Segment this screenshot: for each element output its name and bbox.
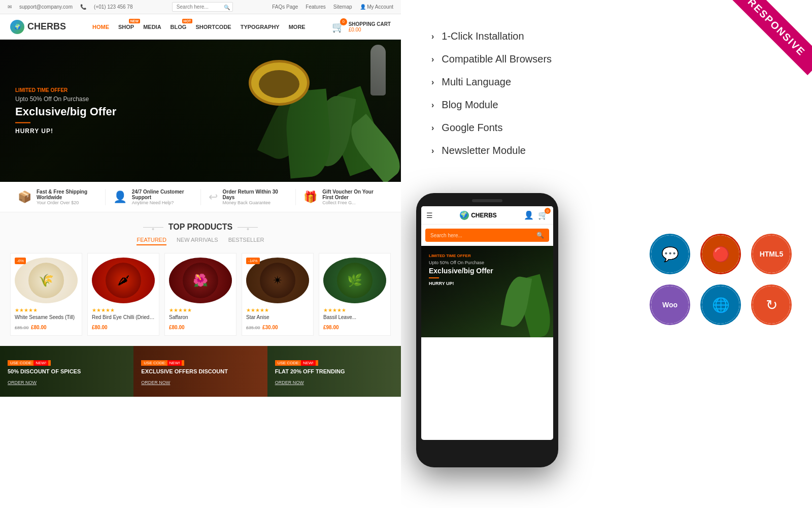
tab-new-arrivals[interactable]: NEW ARRIVALS: [177, 237, 218, 245]
product-card: 🌺 ★★★★★ Saffaron £80.00: [164, 253, 236, 336]
phone-icons: 👤 🛒0: [524, 210, 548, 220]
myaccount-link[interactable]: 👤 My Account: [360, 4, 393, 10]
chevron-icon: ›: [431, 123, 434, 133]
phone-logo-icon: 🌍: [460, 211, 469, 220]
feature-support: 👤 24/7 Online Customer Support Anytime N…: [106, 189, 201, 205]
voucher-desc: Collect Free G...: [322, 200, 383, 205]
tab-featured[interactable]: FEATURED: [137, 237, 166, 245]
website-preview: ✉ support@company.com 📞 (+01) 123 456 78…: [0, 0, 401, 508]
support-desc: Anytime Need Help?: [132, 200, 193, 205]
banner-cta[interactable]: ORDER NOW: [141, 380, 170, 385]
nav-media[interactable]: MEDIA: [143, 24, 161, 30]
tech-icon-refresh: ↻: [751, 284, 792, 325]
products-section: TOP PRODUCTS FEATURED NEW ARRIVALS BESTS…: [0, 212, 401, 346]
sitemap-link[interactable]: Sitemap: [333, 4, 352, 10]
product-card: 🌶 ★★★★★ Red Bird Eye Chilli (Dried Kan..…: [87, 253, 159, 336]
tab-bestseller[interactable]: BESTSELLER: [228, 237, 264, 245]
feature-label: Multi Language: [442, 76, 511, 88]
feature-return: ↩ Order Return Within 30 Days Money Back…: [201, 189, 296, 205]
limited-offer: LIMITED TIME OFFER: [15, 87, 116, 93]
product-image: 🌺: [169, 258, 232, 303]
hero-cta: HURRY UP!: [15, 128, 116, 135]
chevron-icon: ›: [431, 78, 434, 87]
product-name: Red Bird Eye Chilli (Dried Kan...: [92, 314, 155, 320]
support-icon: 👤: [113, 190, 127, 204]
banner-row: USE CODE: NEW! 50% DISCOUNT OF SPICES OR…: [0, 346, 401, 397]
feature-label: Google Fonts: [442, 122, 502, 134]
logo: 🌍 CHERBS: [10, 20, 66, 34]
product-price-new: £98.00: [323, 325, 339, 330]
support-phone: (+01) 123 456 78: [94, 4, 132, 10]
shipping-title: Fast & Free Shipping Worldwide: [37, 189, 97, 200]
product-grid: -6% 🌾 ★★★★★ White Sesame Seeds (Till) £8…: [10, 253, 391, 336]
product-card: -14% ✴ ★★★★★ Star Anise £35.00 £30.00: [242, 253, 314, 336]
feature-label: Blog Module: [442, 99, 498, 111]
product-badge: -14%: [246, 258, 260, 264]
hero-divider: [15, 122, 30, 123]
nav-more[interactable]: MORE: [289, 24, 306, 30]
phone-divider: [429, 277, 439, 278]
tech-icon-html5: HTML5: [751, 234, 792, 274]
responsive-badge-text: RESPONSIVE: [729, 0, 812, 75]
support-title: 24/7 Online Customer Support: [132, 189, 193, 200]
banner-cta[interactable]: ORDER NOW: [8, 380, 37, 385]
voucher-icon: 🎁: [303, 190, 317, 204]
features-link[interactable]: Features: [306, 4, 325, 10]
nav-blog[interactable]: BLOGHOT: [171, 24, 187, 30]
shipping-desc: Your Order Over $20: [37, 200, 97, 205]
feature-voucher: 🎁 Gift Voucher On Your First Order Colle…: [296, 189, 391, 205]
email-icon: ✉: [8, 4, 12, 10]
banner-title: 50% DISCOUNT OF SPICES: [8, 368, 81, 374]
feature-label: 1-Click Installation: [442, 30, 524, 42]
top-bar-left: ✉ support@company.com 📞 (+01) 123 456 78: [8, 4, 132, 10]
feature-item-fonts: › Google Fonts: [431, 122, 782, 134]
nav-shortcode[interactable]: SHORTCODE: [195, 24, 231, 30]
tech-icon-wordpress: 🌐: [700, 284, 741, 325]
phone-frame: ☰ 🌍 CHERBS 👤 🛒0 Search here... 🔍: [416, 193, 558, 467]
hero-title: Exclusive/big Offer: [15, 105, 116, 118]
nav-typography[interactable]: TYPOGRAPHY: [241, 24, 280, 30]
faqs-link[interactable]: FAQs Page: [272, 4, 298, 10]
hero-subtitle: Upto 50% Off On Purchase: [15, 96, 116, 103]
product-card: -6% 🌾 ★★★★★ White Sesame Seeds (Till) £8…: [10, 253, 82, 336]
banner-cta[interactable]: ORDER NOW: [275, 380, 304, 385]
tech-icon-woo: Woo: [650, 284, 690, 325]
product-name: Saffaron: [169, 314, 232, 320]
phone-hero-title: Exclusive/big Offer: [429, 267, 546, 275]
banner-exclusive: USE CODE: NEW! EXCLUSIVE OFFERS DISCOUNT…: [133, 346, 267, 397]
cart-count: 0: [340, 18, 347, 25]
banner-title: FLAT 20% OFF TRENDING: [275, 368, 345, 374]
main-nav: HOME SHOPNEW MEDIA BLOGHOT SHORTCODE TYP…: [92, 24, 306, 30]
product-price-old: £85.00: [15, 325, 29, 330]
nav-shop[interactable]: SHOPNEW: [118, 24, 134, 30]
voucher-title: Gift Voucher On Your First Order: [322, 189, 383, 200]
phone-search-text: Search here...: [430, 233, 536, 238]
hero-banner: LIMITED TIME OFFER Upto 50% Off On Purch…: [0, 40, 401, 182]
banner-code: USE CODE: NEW!: [8, 360, 51, 366]
phone-nav: ☰ 🌍 CHERBS 👤 🛒0: [421, 206, 553, 225]
return-title: Order Return Within 30 Days: [223, 189, 288, 200]
cart-label: SHOPPING CART: [349, 21, 391, 27]
phone-icon: 📞: [80, 4, 86, 10]
product-stars: ★★★★★: [92, 307, 155, 313]
product-price-new: £80.00: [92, 325, 108, 330]
phone-hurry: HURRY UP!: [429, 281, 546, 286]
nav-home[interactable]: HOME: [92, 24, 109, 30]
product-image: ✴: [246, 258, 309, 303]
product-badge: -6%: [15, 258, 26, 264]
support-email: support@company.com: [19, 4, 73, 10]
banner-code: USE CODE: NEW!: [275, 360, 318, 366]
search-icon: 🔍: [224, 4, 230, 10]
phone-speaker: [472, 199, 502, 202]
features-row: 📦 Fast & Free Shipping Worldwide Your Or…: [0, 182, 401, 212]
product-price-old: £35.00: [246, 325, 260, 330]
phone-cart-icon: 🛒0: [538, 210, 548, 220]
logo-icon: 🌍: [10, 20, 24, 34]
cart-amount: £0.00: [349, 27, 391, 33]
product-name: Star Anise: [246, 314, 309, 320]
cart-area[interactable]: 🛒 0 SHOPPING CART £0.00: [332, 21, 391, 33]
top-bar-right: FAQs Page Features Sitemap 👤 My Account: [272, 4, 393, 10]
phone-search-icon: 🔍: [536, 232, 544, 239]
product-price-new: £30.00: [262, 325, 278, 330]
product-tabs: FEATURED NEW ARRIVALS BESTSELLER: [10, 237, 391, 245]
